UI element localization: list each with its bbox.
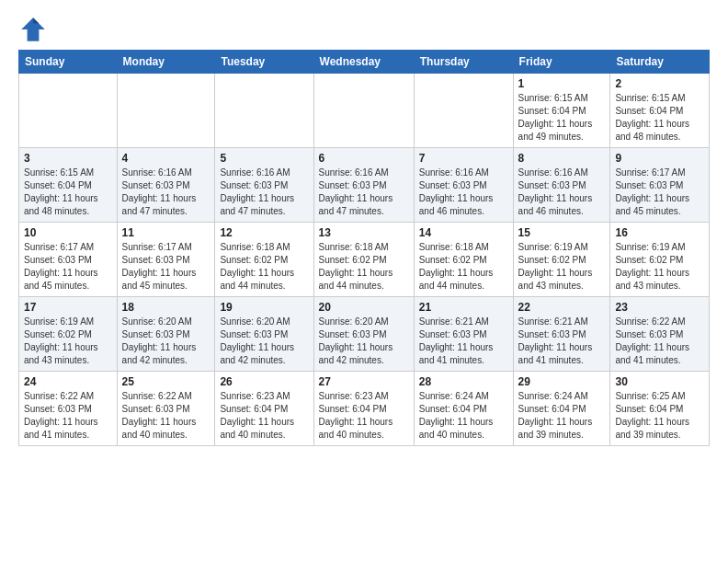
day-info: Sunrise: 6:22 AM Sunset: 6:03 PM Dayligh… bbox=[122, 390, 210, 442]
day-number: 9 bbox=[615, 152, 704, 165]
day-number: 29 bbox=[518, 375, 606, 388]
day-number: 4 bbox=[122, 152, 210, 165]
week-row-1: 1Sunrise: 6:15 AM Sunset: 6:04 PM Daylig… bbox=[19, 74, 710, 148]
weekday-header-row: SundayMondayTuesdayWednesdayThursdayFrid… bbox=[19, 51, 710, 74]
week-row-4: 17Sunrise: 6:19 AM Sunset: 6:02 PM Dayli… bbox=[19, 297, 710, 372]
day-number: 16 bbox=[615, 226, 704, 239]
day-cell: 6Sunrise: 6:16 AM Sunset: 6:03 PM Daylig… bbox=[313, 148, 414, 223]
day-cell: 18Sunrise: 6:20 AM Sunset: 6:03 PM Dayli… bbox=[117, 297, 215, 372]
weekday-header-wednesday: Wednesday bbox=[313, 51, 414, 74]
day-info: Sunrise: 6:15 AM Sunset: 6:04 PM Dayligh… bbox=[24, 167, 112, 218]
weekday-header-sunday: Sunday bbox=[19, 51, 118, 74]
day-cell: 7Sunrise: 6:16 AM Sunset: 6:03 PM Daylig… bbox=[414, 148, 513, 223]
day-cell: 23Sunrise: 6:22 AM Sunset: 6:03 PM Dayli… bbox=[610, 297, 710, 372]
day-number: 24 bbox=[24, 375, 112, 388]
day-cell bbox=[117, 74, 215, 148]
day-cell: 25Sunrise: 6:22 AM Sunset: 6:03 PM Dayli… bbox=[117, 372, 215, 446]
day-cell: 26Sunrise: 6:23 AM Sunset: 6:04 PM Dayli… bbox=[215, 372, 313, 446]
day-cell: 24Sunrise: 6:22 AM Sunset: 6:03 PM Dayli… bbox=[19, 372, 118, 446]
day-info: Sunrise: 6:18 AM Sunset: 6:02 PM Dayligh… bbox=[220, 241, 308, 293]
day-number: 13 bbox=[319, 226, 409, 239]
day-info: Sunrise: 6:18 AM Sunset: 6:02 PM Dayligh… bbox=[419, 241, 508, 293]
day-number: 30 bbox=[615, 375, 704, 388]
svg-marker-1 bbox=[33, 17, 39, 23]
day-info: Sunrise: 6:17 AM Sunset: 6:03 PM Dayligh… bbox=[24, 241, 112, 293]
page: SundayMondayTuesdayWednesdayThursdayFrid… bbox=[0, 0, 728, 461]
day-cell: 15Sunrise: 6:19 AM Sunset: 6:02 PM Dayli… bbox=[513, 223, 610, 297]
day-number: 8 bbox=[518, 152, 606, 165]
day-cell: 12Sunrise: 6:18 AM Sunset: 6:02 PM Dayli… bbox=[215, 223, 313, 297]
day-number: 18 bbox=[122, 301, 210, 314]
day-cell: 5Sunrise: 6:16 AM Sunset: 6:03 PM Daylig… bbox=[215, 148, 313, 223]
day-cell: 19Sunrise: 6:20 AM Sunset: 6:03 PM Dayli… bbox=[215, 297, 313, 372]
day-info: Sunrise: 6:16 AM Sunset: 6:03 PM Dayligh… bbox=[122, 167, 210, 218]
day-cell bbox=[215, 74, 313, 148]
day-number: 15 bbox=[518, 226, 606, 239]
day-number: 25 bbox=[122, 375, 210, 388]
day-info: Sunrise: 6:15 AM Sunset: 6:04 PM Dayligh… bbox=[518, 92, 606, 144]
day-cell bbox=[313, 74, 414, 148]
day-number: 14 bbox=[419, 226, 508, 239]
day-number: 12 bbox=[220, 226, 308, 239]
day-info: Sunrise: 6:19 AM Sunset: 6:02 PM Dayligh… bbox=[24, 316, 112, 367]
day-cell: 27Sunrise: 6:23 AM Sunset: 6:04 PM Dayli… bbox=[313, 372, 414, 446]
day-info: Sunrise: 6:16 AM Sunset: 6:03 PM Dayligh… bbox=[518, 167, 606, 218]
day-info: Sunrise: 6:19 AM Sunset: 6:02 PM Dayligh… bbox=[518, 241, 606, 293]
day-number: 20 bbox=[319, 301, 409, 314]
calendar: SundayMondayTuesdayWednesdayThursdayFrid… bbox=[18, 50, 710, 446]
weekday-header-monday: Monday bbox=[117, 51, 215, 74]
day-info: Sunrise: 6:20 AM Sunset: 6:03 PM Dayligh… bbox=[319, 316, 409, 367]
day-info: Sunrise: 6:24 AM Sunset: 6:04 PM Dayligh… bbox=[419, 390, 508, 442]
day-cell bbox=[19, 74, 118, 148]
weekday-header-thursday: Thursday bbox=[414, 51, 513, 74]
day-number: 7 bbox=[419, 152, 508, 165]
day-info: Sunrise: 6:23 AM Sunset: 6:04 PM Dayligh… bbox=[319, 390, 409, 442]
day-cell: 3Sunrise: 6:15 AM Sunset: 6:04 PM Daylig… bbox=[19, 148, 118, 223]
day-info: Sunrise: 6:17 AM Sunset: 6:03 PM Dayligh… bbox=[122, 241, 210, 293]
day-info: Sunrise: 6:18 AM Sunset: 6:02 PM Dayligh… bbox=[319, 241, 409, 293]
day-number: 19 bbox=[220, 301, 308, 314]
week-row-2: 3Sunrise: 6:15 AM Sunset: 6:04 PM Daylig… bbox=[19, 148, 710, 223]
day-number: 26 bbox=[220, 375, 308, 388]
day-info: Sunrise: 6:22 AM Sunset: 6:03 PM Dayligh… bbox=[24, 390, 112, 442]
day-info: Sunrise: 6:21 AM Sunset: 6:03 PM Dayligh… bbox=[518, 316, 606, 367]
day-cell: 28Sunrise: 6:24 AM Sunset: 6:04 PM Dayli… bbox=[414, 372, 513, 446]
day-number: 21 bbox=[419, 301, 508, 314]
day-info: Sunrise: 6:24 AM Sunset: 6:04 PM Dayligh… bbox=[518, 390, 606, 442]
day-info: Sunrise: 6:23 AM Sunset: 6:04 PM Dayligh… bbox=[220, 390, 308, 442]
day-number: 3 bbox=[24, 152, 112, 165]
day-number: 17 bbox=[24, 301, 112, 314]
day-cell: 2Sunrise: 6:15 AM Sunset: 6:04 PM Daylig… bbox=[610, 74, 710, 148]
day-cell: 4Sunrise: 6:16 AM Sunset: 6:03 PM Daylig… bbox=[117, 148, 215, 223]
day-info: Sunrise: 6:15 AM Sunset: 6:04 PM Dayligh… bbox=[615, 92, 704, 144]
day-info: Sunrise: 6:16 AM Sunset: 6:03 PM Dayligh… bbox=[419, 167, 508, 218]
day-cell: 22Sunrise: 6:21 AM Sunset: 6:03 PM Dayli… bbox=[513, 297, 610, 372]
day-cell: 29Sunrise: 6:24 AM Sunset: 6:04 PM Dayli… bbox=[513, 372, 610, 446]
day-info: Sunrise: 6:19 AM Sunset: 6:02 PM Dayligh… bbox=[615, 241, 704, 293]
day-number: 1 bbox=[518, 77, 606, 90]
day-cell: 17Sunrise: 6:19 AM Sunset: 6:02 PM Dayli… bbox=[19, 297, 118, 372]
day-info: Sunrise: 6:16 AM Sunset: 6:03 PM Dayligh… bbox=[319, 167, 409, 218]
day-info: Sunrise: 6:22 AM Sunset: 6:03 PM Dayligh… bbox=[615, 316, 704, 367]
day-info: Sunrise: 6:16 AM Sunset: 6:03 PM Dayligh… bbox=[220, 167, 308, 218]
day-cell: 30Sunrise: 6:25 AM Sunset: 6:04 PM Dayli… bbox=[610, 372, 710, 446]
day-cell: 21Sunrise: 6:21 AM Sunset: 6:03 PM Dayli… bbox=[414, 297, 513, 372]
day-number: 6 bbox=[319, 152, 409, 165]
day-cell: 11Sunrise: 6:17 AM Sunset: 6:03 PM Dayli… bbox=[117, 223, 215, 297]
week-row-5: 24Sunrise: 6:22 AM Sunset: 6:03 PM Dayli… bbox=[19, 372, 710, 446]
day-info: Sunrise: 6:25 AM Sunset: 6:04 PM Dayligh… bbox=[615, 390, 704, 442]
day-info: Sunrise: 6:20 AM Sunset: 6:03 PM Dayligh… bbox=[122, 316, 210, 367]
logo-icon bbox=[18, 15, 48, 44]
day-cell: 13Sunrise: 6:18 AM Sunset: 6:02 PM Dayli… bbox=[313, 223, 414, 297]
weekday-header-friday: Friday bbox=[513, 51, 610, 74]
day-number: 10 bbox=[24, 226, 112, 239]
day-cell: 16Sunrise: 6:19 AM Sunset: 6:02 PM Dayli… bbox=[610, 223, 710, 297]
day-cell: 1Sunrise: 6:15 AM Sunset: 6:04 PM Daylig… bbox=[513, 74, 610, 148]
day-number: 28 bbox=[419, 375, 508, 388]
day-info: Sunrise: 6:17 AM Sunset: 6:03 PM Dayligh… bbox=[615, 167, 704, 218]
day-number: 11 bbox=[122, 226, 210, 239]
day-number: 2 bbox=[615, 77, 704, 90]
day-cell: 20Sunrise: 6:20 AM Sunset: 6:03 PM Dayli… bbox=[313, 297, 414, 372]
day-number: 27 bbox=[319, 375, 409, 388]
day-number: 22 bbox=[518, 301, 606, 314]
